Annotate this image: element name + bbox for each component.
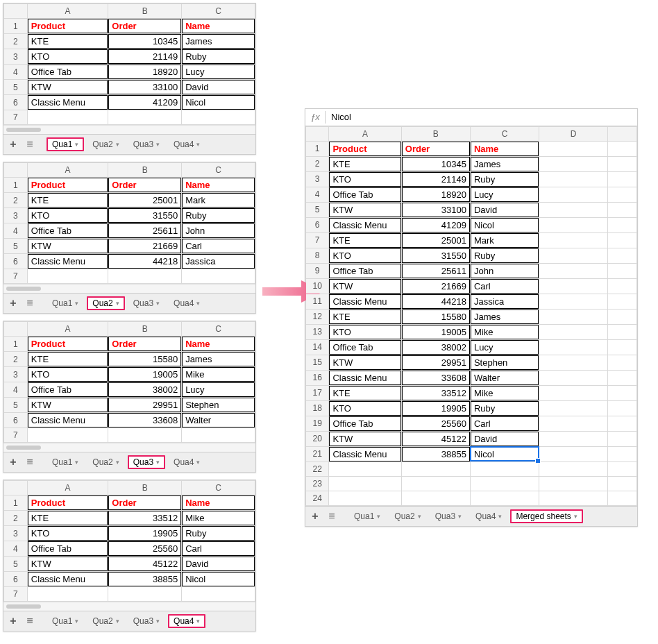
col-header-b[interactable]: B xyxy=(401,126,470,141)
row-header[interactable]: 5 xyxy=(4,80,28,95)
cell-name[interactable]: Lucy xyxy=(182,382,255,397)
cell-order[interactable]: 25611 xyxy=(402,264,470,278)
sheet-tab-qua1[interactable]: Qua1▾ xyxy=(348,509,386,523)
row-header[interactable]: 1 xyxy=(4,178,28,193)
row-header[interactable]: 9 xyxy=(306,263,329,278)
sheet-tab-merged[interactable]: Merged sheets▾ xyxy=(510,509,582,523)
row-header[interactable]: 1 xyxy=(4,495,28,511)
cell-name[interactable]: Carl xyxy=(182,541,255,556)
cell-product[interactable]: KTE xyxy=(329,233,400,248)
cell-product[interactable]: Classic Menu xyxy=(28,413,108,427)
row-header[interactable]: 15 xyxy=(306,355,329,370)
cell-name[interactable]: Ruby xyxy=(471,172,539,187)
row-header[interactable]: 1 xyxy=(4,19,28,34)
cell-name[interactable]: David xyxy=(471,432,539,446)
sheet-tab-qua1[interactable]: Qua1▾ xyxy=(47,455,84,469)
cell-name[interactable]: Ruby xyxy=(182,208,255,223)
sheet-tab-qua4[interactable]: Qua4▾ xyxy=(168,455,205,469)
row-header[interactable]: 6 xyxy=(4,95,28,110)
cell-order[interactable]: 15580 xyxy=(402,310,470,324)
cell-name[interactable]: James xyxy=(182,352,255,366)
row-header[interactable]: 6 xyxy=(4,413,28,428)
cell-name[interactable]: Mike xyxy=(182,367,255,382)
row-header[interactable]: 4 xyxy=(4,382,28,398)
cell-order[interactable]: 38002 xyxy=(402,340,470,355)
row-header[interactable]: 6 xyxy=(306,217,329,232)
row-header[interactable]: 21 xyxy=(306,446,329,461)
cell-product[interactable]: KTE xyxy=(28,34,108,49)
row-header[interactable]: 2 xyxy=(306,156,329,171)
cell-product[interactable]: KTW xyxy=(28,557,108,571)
row-header[interactable]: 1 xyxy=(4,337,28,352)
row-header[interactable]: 4 xyxy=(4,223,28,239)
row-header[interactable]: 1 xyxy=(306,141,329,156)
cell-product[interactable]: Classic Menu xyxy=(329,447,400,461)
cell-name[interactable]: Lucy xyxy=(471,187,539,202)
sheet-tab-qua2[interactable]: Qua2▾ xyxy=(87,455,124,469)
row-header[interactable]: 7 xyxy=(4,269,28,284)
col-header-a[interactable]: A xyxy=(27,481,108,495)
cell-name[interactable]: Mike xyxy=(471,325,539,339)
cell-product[interactable]: Office Tab xyxy=(329,264,400,278)
row-header[interactable]: 2 xyxy=(4,193,28,208)
cell-name[interactable]: Walter xyxy=(471,371,539,385)
row-header[interactable]: 4 xyxy=(4,65,28,80)
cell-order[interactable]: 33512 xyxy=(402,386,470,400)
col-header-b[interactable]: B xyxy=(108,481,182,495)
cell-order[interactable]: 21669 xyxy=(108,239,181,253)
cell-product[interactable]: KTO xyxy=(329,248,400,263)
cell-order[interactable]: 19905 xyxy=(402,401,470,416)
sheet-grid[interactable]: ABC1 Product Order Name2 KTE 25001 Mark3… xyxy=(3,162,255,284)
row-header[interactable]: 16 xyxy=(306,370,329,385)
cell-order[interactable]: 25001 xyxy=(402,233,470,248)
row-header[interactable]: 18 xyxy=(306,400,329,416)
cell-product[interactable]: KTW xyxy=(329,432,400,446)
cell-order[interactable]: 45122 xyxy=(402,432,470,446)
cell-product[interactable]: KTW xyxy=(28,239,108,253)
row-header[interactable]: 10 xyxy=(306,278,329,294)
h-scrollbar[interactable] xyxy=(3,443,255,452)
cell-name[interactable]: John xyxy=(182,223,255,238)
cell-order[interactable]: 44218 xyxy=(108,254,181,269)
cell-product[interactable]: KTO xyxy=(329,401,400,416)
cell-product[interactable]: KTE xyxy=(329,310,400,324)
row-header[interactable]: 14 xyxy=(306,339,329,355)
cell-name[interactable]: Ruby xyxy=(471,248,539,263)
cell-order[interactable]: 45122 xyxy=(108,557,181,571)
row-header[interactable]: 24 xyxy=(306,491,329,505)
cell-order[interactable]: 25001 xyxy=(108,193,181,207)
cell-order[interactable]: 10345 xyxy=(108,34,181,49)
cell-name[interactable]: Mark xyxy=(182,193,255,207)
all-sheets-button[interactable]: ≡ xyxy=(23,296,37,310)
cell-name[interactable]: Mark xyxy=(471,233,539,248)
cell-product[interactable]: Classic Menu xyxy=(329,218,400,232)
cell-name[interactable]: Walter xyxy=(182,413,255,427)
row-header[interactable]: 5 xyxy=(4,398,28,413)
formula-bar[interactable]: ƒx Nicol xyxy=(305,109,637,126)
col-header-a[interactable]: A xyxy=(27,4,108,19)
cell-product[interactable]: KTW xyxy=(329,279,400,294)
cell-name[interactable]: Stephen xyxy=(471,355,539,370)
cell-order[interactable]: 41209 xyxy=(108,95,181,110)
row-header[interactable]: 12 xyxy=(306,309,329,324)
add-sheet-button[interactable]: + xyxy=(308,509,322,523)
col-header-b[interactable]: B xyxy=(108,4,182,19)
row-header[interactable]: 20 xyxy=(306,431,329,446)
cell-order[interactable]: 19005 xyxy=(108,367,181,382)
cell-order[interactable]: 15580 xyxy=(108,352,181,366)
sheet-tab-qua3[interactable]: Qua3▾ xyxy=(128,137,165,151)
cell-product[interactable]: Office Tab xyxy=(28,382,108,397)
cell-name[interactable]: Lucy xyxy=(182,65,255,79)
cell-name[interactable]: Ruby xyxy=(471,401,539,416)
cell-order[interactable]: 33512 xyxy=(108,511,181,525)
col-header-c[interactable]: C xyxy=(182,163,255,178)
cell-product[interactable]: KTO xyxy=(28,49,108,64)
cell-name[interactable]: Jassica xyxy=(471,294,539,309)
row-header[interactable]: 5 xyxy=(4,239,28,254)
merged-grid[interactable]: ABCD1 Product Order Name 2 KTE 10345 Jam… xyxy=(305,126,637,506)
cell-order[interactable]: 18920 xyxy=(402,187,470,202)
cell-product[interactable]: Office Tab xyxy=(329,187,400,202)
sheet-grid[interactable]: ABC1 Product Order Name2 KTE 33512 Mike3… xyxy=(3,480,255,602)
row-header[interactable]: 13 xyxy=(306,324,329,339)
cell-product[interactable]: KTW xyxy=(329,203,400,217)
